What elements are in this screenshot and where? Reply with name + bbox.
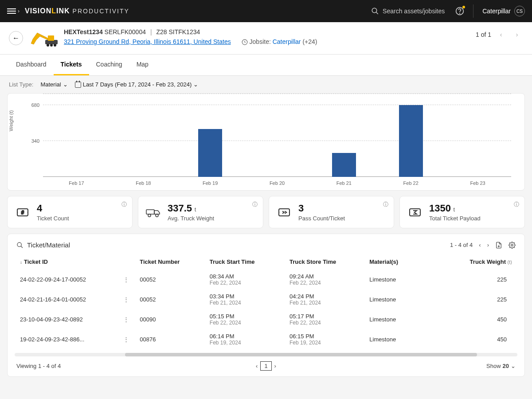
col-ticket-id[interactable]: ↓Ticket ID — [16, 254, 116, 270]
tab-bar: Dashboard Tickets Coaching Map — [0, 55, 532, 76]
row-menu-icon[interactable]: ⋮ — [116, 270, 136, 289]
jobsite-link[interactable]: Caterpillar — [273, 38, 301, 45]
brand-accent: L — [51, 7, 56, 15]
svg-point-5 — [47, 44, 49, 47]
cell-store-time: 09:24 AMFeb 22, 2024 — [286, 270, 366, 289]
help-icon[interactable] — [455, 7, 464, 16]
pager-text: 1 of 1 — [476, 31, 491, 38]
search-input[interactable]: Search assets/jobsites — [371, 7, 445, 15]
asset-address-link[interactable]: 321 Proving Ground Rd, Peoria, Illinois … — [64, 38, 231, 45]
menu-icon[interactable] — [7, 8, 16, 14]
truck-icon — [145, 204, 161, 220]
user-avatar: CS — [514, 6, 525, 16]
cell-ticket-number: 00090 — [136, 309, 206, 329]
asset-image — [28, 30, 59, 48]
info-icon[interactable]: ⓘ — [383, 201, 388, 208]
tickets-table-card: Ticket/Material 1 - 4 of 4 ‹ › ↓Ticket I… — [7, 234, 525, 377]
svg-point-0 — [372, 8, 377, 13]
table-title: Ticket/Material — [27, 241, 70, 249]
kpi-value: 3 — [298, 203, 345, 214]
cell-store-time: 06:15 PMFeb 19, 2024 — [286, 329, 366, 349]
brand-logo: VISIONLINK PRODUCTIVITY — [25, 7, 129, 15]
user-menu[interactable]: Caterpillar CS — [482, 6, 525, 16]
cell-start-time: 08:34 AMFeb 22, 2024 — [206, 270, 286, 289]
user-name: Caterpillar — [482, 8, 511, 15]
col-ticket-number[interactable]: Ticket Number — [136, 254, 206, 270]
kpi-label: Ticket Count — [37, 215, 69, 222]
clock-icon — [242, 39, 248, 45]
date-range-dropdown[interactable]: Last 7 Days (Feb 17, 2024 - Feb 23, 2024… — [75, 81, 199, 88]
ticket-icon: # — [15, 204, 31, 220]
cell-ticket-id: 19-02-24-09-23-42-886... — [16, 329, 116, 349]
cell-ticket-number: 00052 — [136, 270, 206, 289]
table-row[interactable]: 24-02-22-09-24-17-00052⋮0005208:34 AMFeb… — [16, 270, 516, 289]
cell-ticket-number: 00876 — [136, 329, 206, 349]
asset-site: Z28 SITFK1234 — [156, 28, 200, 35]
calendar-icon — [75, 82, 81, 88]
pass-icon — [276, 204, 292, 220]
cell-start-time: 05:15 PMFeb 22, 2024 — [206, 309, 286, 329]
brand-rest: INK — [56, 7, 70, 15]
page-current[interactable]: 1 — [260, 361, 271, 371]
cell-ticket-id: 23-10-04-09-23-42-0892 — [16, 309, 116, 329]
settings-icon[interactable] — [509, 242, 516, 249]
col-materials[interactable]: Material(s) — [366, 254, 446, 270]
svg-point-7 — [54, 44, 56, 47]
col-start-time[interactable]: Truck Start Time — [206, 254, 286, 270]
row-menu-icon[interactable]: ⋮ — [116, 329, 136, 349]
cell-start-time: 03:34 PMFeb 21, 2024 — [206, 289, 286, 309]
chart-bar[interactable] — [198, 129, 222, 177]
svg-point-13 — [148, 214, 151, 217]
info-icon[interactable]: ⓘ — [514, 201, 519, 208]
cell-material: Limestone — [366, 329, 446, 349]
chart-y-tick: 680 — [31, 102, 39, 108]
info-icon[interactable]: ⓘ — [121, 201, 127, 208]
chevron-down-icon: ⌄ — [511, 363, 516, 369]
brand-sub: PRODUCTIVITY — [73, 8, 129, 15]
tab-coaching[interactable]: Coaching — [89, 55, 129, 75]
svg-line-18 — [21, 246, 23, 248]
export-icon[interactable] — [495, 242, 502, 249]
table-row[interactable]: 19-02-24-09-23-42-886...⋮0087606:14 PMFe… — [16, 329, 516, 349]
tab-map[interactable]: Map — [129, 55, 156, 75]
chevron-down-icon: ⌄ — [193, 81, 198, 88]
kpi-card: ⓘ3Pass Count/Ticket — [269, 196, 394, 228]
pager-next-button[interactable]: › — [511, 28, 523, 41]
kpi-card: ⓘ337.5 tAvg. Truck Weight — [138, 196, 263, 228]
search-icon[interactable] — [16, 242, 23, 249]
pager-prev-button[interactable]: ‹ — [495, 28, 507, 41]
kpi-value: 4 — [37, 203, 69, 214]
cell-material: Limestone — [366, 289, 446, 309]
chart-bar[interactable] — [332, 153, 356, 177]
page-size-dropdown[interactable]: Show 20 ⌄ — [486, 363, 516, 369]
cell-store-time: 04:24 PMFeb 21, 2024 — [286, 289, 366, 309]
jobsite-block: Jobsite: Caterpillar (+24) — [242, 38, 317, 45]
page-prev-button[interactable]: ‹ — [256, 363, 258, 369]
chevron-down-icon: ⌄ — [63, 81, 68, 88]
chart-x-tick: Feb 19 — [203, 180, 218, 186]
table-pagination: ‹ 1 › — [256, 361, 276, 371]
table-prev-button[interactable]: ‹ — [479, 242, 481, 248]
table-row[interactable]: 23-10-04-09-23-42-0892⋮0009005:15 PMFeb … — [16, 309, 516, 329]
tab-dashboard[interactable]: Dashboard — [9, 55, 54, 75]
table-row[interactable]: 24-02-21-16-24-01-00052⋮0005203:34 PMFeb… — [16, 289, 516, 309]
list-type-dropdown[interactable]: Material ⌄ — [40, 81, 67, 88]
table-range: 1 - 4 of 4 — [450, 242, 473, 248]
weight-chart: Weight (t) 340680Feb 17Feb 18Feb 19Feb 2… — [7, 93, 525, 191]
back-button[interactable]: ← — [9, 31, 23, 45]
row-menu-icon[interactable]: ⋮ — [116, 309, 136, 329]
kpi-value: 337.5 t — [168, 203, 214, 214]
kpi-row: ⓘ#4Ticket Countⓘ337.5 tAvg. Truck Weight… — [7, 196, 525, 228]
col-store-time[interactable]: Truck Store Time — [286, 254, 366, 270]
chart-bar[interactable] — [399, 105, 423, 177]
info-icon[interactable]: ⓘ — [252, 201, 258, 208]
page-next-button[interactable]: › — [274, 363, 276, 369]
row-menu-icon[interactable]: ⋮ — [116, 289, 136, 309]
asset-pager: 1 of 1 ‹ › — [476, 28, 523, 41]
search-icon — [371, 7, 379, 15]
asset-title-line: HEXTest1234 SERLFK00004 | Z28 SITFK1234 — [64, 28, 476, 35]
horizontal-scrollbar[interactable] — [15, 353, 517, 356]
tab-tickets[interactable]: Tickets — [54, 55, 89, 75]
table-next-button[interactable]: › — [487, 242, 489, 248]
col-weight[interactable]: Truck Weight (t) — [446, 254, 516, 270]
